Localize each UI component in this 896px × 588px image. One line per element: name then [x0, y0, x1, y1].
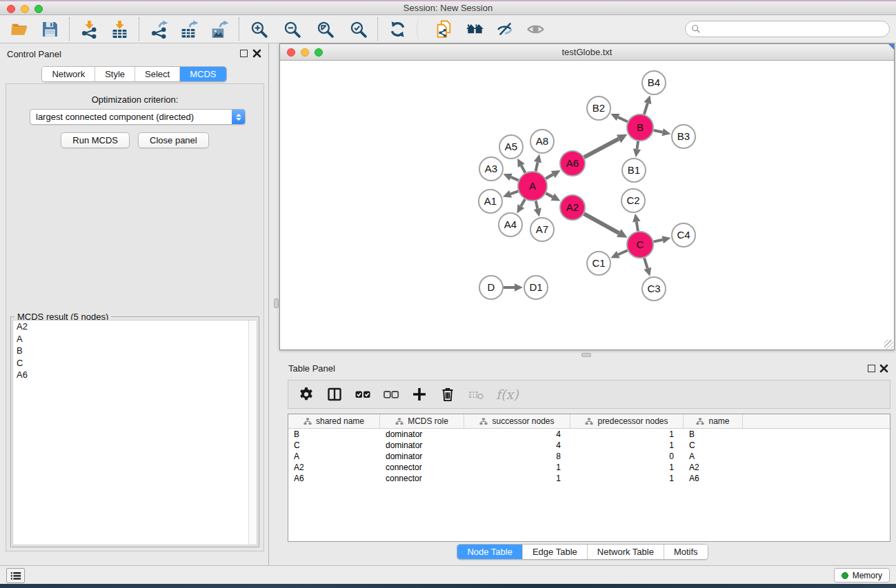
- graph-edge[interactable]: [618, 117, 628, 121]
- copy-network-style-button[interactable]: [432, 17, 456, 41]
- graph-edge[interactable]: [637, 141, 638, 150]
- graph-edge[interactable]: [584, 139, 619, 157]
- graph-edge[interactable]: [536, 201, 538, 208]
- tab-motifs[interactable]: Motifs: [664, 545, 708, 559]
- column-header[interactable]: shared name: [288, 414, 380, 428]
- close-window-button[interactable]: [7, 5, 15, 13]
- mcds-result-item[interactable]: A: [13, 333, 249, 345]
- graph-edge[interactable]: [644, 103, 648, 114]
- sort-tree-icon: [585, 418, 593, 425]
- import-table-button[interactable]: [108, 17, 131, 41]
- mcds-result-item[interactable]: C: [13, 357, 249, 369]
- zoom-window-button[interactable]: [34, 5, 43, 13]
- zoom-out-button[interactable]: [280, 17, 303, 41]
- memory-button[interactable]: Memory: [834, 568, 890, 582]
- zoom-in-button[interactable]: [247, 17, 270, 41]
- mcds-tab-content: Optimization criterion: largest connecte…: [6, 83, 264, 551]
- table-cell: B: [684, 429, 743, 440]
- window-resize-corner-icon[interactable]: [888, 44, 894, 50]
- table-cell: dominator: [380, 429, 464, 440]
- tab-network[interactable]: Network: [42, 67, 95, 81]
- network-window-title: testGlobe.txt: [280, 47, 894, 57]
- graph-edge[interactable]: [637, 222, 638, 232]
- desktop-vertical-scrollbar[interactable]: [274, 298, 279, 308]
- tab-network-table[interactable]: Network Table: [588, 545, 664, 559]
- graph-edge[interactable]: [521, 199, 525, 206]
- home-button[interactable]: [463, 17, 486, 41]
- network-minimize-button[interactable]: [301, 48, 309, 57]
- graph-node-label: C3: [647, 283, 660, 294]
- minimize-window-button[interactable]: [21, 5, 29, 13]
- export-table-button[interactable]: [177, 17, 201, 41]
- tab-mcds[interactable]: MCDS: [180, 67, 226, 81]
- tab-style[interactable]: Style: [95, 67, 135, 81]
- resize-grip-icon[interactable]: [884, 340, 893, 349]
- tab-node-table[interactable]: Node Table: [457, 545, 523, 559]
- network-close-button[interactable]: [287, 48, 295, 57]
- mcds-result-list[interactable]: A2ABCA6: [12, 320, 250, 545]
- deselect-all-button[interactable]: [380, 383, 402, 405]
- hide-graphics-button[interactable]: [493, 17, 517, 41]
- mcds-result-item[interactable]: A6: [13, 369, 249, 381]
- edge-arrowhead-icon: [503, 190, 512, 198]
- run-mcds-button[interactable]: Run MCDS: [61, 132, 130, 148]
- select-all-button[interactable]: [352, 383, 374, 405]
- graph-edge[interactable]: [654, 240, 663, 242]
- network-zoom-button[interactable]: [315, 48, 323, 57]
- graph-edge[interactable]: [618, 250, 627, 254]
- sort-tree-icon: [303, 418, 312, 425]
- column-header[interactable]: MCDS role: [380, 414, 464, 428]
- save-icon: [41, 20, 59, 39]
- save-session-button[interactable]: [38, 17, 61, 41]
- graph-node-label: C: [637, 239, 644, 250]
- export-network-button[interactable]: [147, 17, 170, 41]
- open-file-button[interactable]: [8, 17, 31, 41]
- criterion-dropdown[interactable]: largest connected component (directed): [30, 109, 246, 125]
- tab-edge-table[interactable]: Edge Table: [523, 545, 588, 559]
- mcds-result-item[interactable]: B: [13, 345, 249, 357]
- column-header[interactable]: predecessor nodes: [570, 414, 684, 428]
- show-panels-list-button[interactable]: [6, 568, 25, 583]
- graph-edge[interactable]: [546, 174, 553, 179]
- delete-column-button[interactable]: [437, 383, 459, 405]
- graph-edge[interactable]: [511, 177, 519, 181]
- column-header[interactable]: successor nodes: [464, 414, 570, 428]
- float-panel-icon[interactable]: [240, 50, 248, 57]
- graph-edge[interactable]: [644, 258, 648, 268]
- mcds-result-item[interactable]: A2: [13, 321, 249, 333]
- graph-edge[interactable]: [546, 193, 552, 196]
- table-row[interactable]: A6connector11A6: [288, 473, 890, 484]
- graph-node-label: C4: [677, 229, 690, 241]
- close-panel-icon[interactable]: [252, 49, 261, 58]
- table-row[interactable]: Cdominator41C: [288, 440, 890, 451]
- close-table-panel-icon[interactable]: [879, 364, 888, 373]
- window-titlebar: Session: New Session: [0, 0, 896, 15]
- table-row[interactable]: A2connector11A2: [288, 462, 890, 473]
- zoom-selected-button[interactable]: [346, 17, 370, 41]
- tab-select[interactable]: Select: [135, 67, 180, 81]
- graph-edge[interactable]: [536, 162, 538, 171]
- column-header[interactable]: name: [684, 414, 743, 428]
- import-table-icon: [110, 20, 129, 39]
- network-graph[interactable]: AA6A2BCA1A3A4A5A7A8B1B2B3B4C1C2C3C4DD1: [280, 61, 894, 349]
- graph-edge[interactable]: [654, 130, 663, 132]
- desktop-horizontal-scrollbar[interactable]: [581, 353, 591, 357]
- close-panel-button[interactable]: Close panel: [138, 132, 209, 148]
- status-bar: Memory: [0, 565, 896, 584]
- table-row[interactable]: Bdominator41B: [288, 429, 890, 440]
- float-table-panel-icon[interactable]: [868, 365, 875, 372]
- search-input[interactable]: [701, 22, 884, 36]
- graph-edge[interactable]: [510, 191, 518, 194]
- mcds-result-scrollbar[interactable]: [248, 320, 257, 545]
- graph-edge[interactable]: [521, 165, 526, 172]
- add-column-button[interactable]: [408, 383, 430, 405]
- zoom-fit-button[interactable]: [313, 17, 337, 41]
- graph-edge[interactable]: [584, 214, 619, 233]
- refresh-button[interactable]: [386, 17, 409, 41]
- table-settings-button[interactable]: [295, 383, 317, 405]
- show-columns-button[interactable]: [323, 383, 346, 405]
- export-image-button[interactable]: [208, 17, 231, 41]
- network-canvas[interactable]: AA6A2BCA1A3A4A5A7A8B1B2B3B4C1C2C3C4DD1: [280, 61, 894, 349]
- import-network-button[interactable]: [77, 17, 101, 41]
- table-row[interactable]: Adominator80A: [288, 451, 890, 462]
